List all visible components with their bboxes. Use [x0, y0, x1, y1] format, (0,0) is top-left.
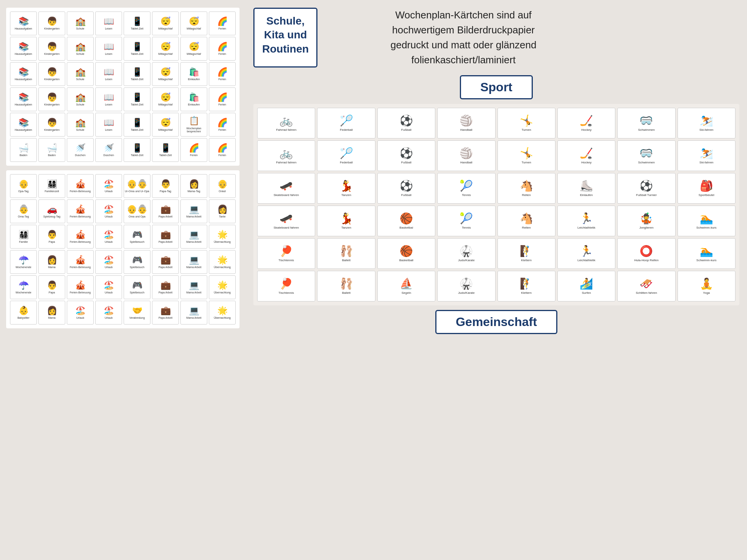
sport-card: 🩰Ballett [317, 238, 375, 269]
card-label: Ferien [218, 53, 226, 56]
family-card: 👵Oma-Tag [10, 199, 37, 223]
card-label: Urlaub [105, 316, 113, 320]
family-card: 🎮Spielbesuch [124, 225, 150, 249]
card-label: Schule [76, 27, 84, 30]
family-grid: 👴Opa-Tag👨‍👩‍👧‍👦Familienzeit🎪Ferien-Betre… [10, 174, 236, 324]
schule-card: 🌈Ferien [209, 12, 236, 35]
sport-label: Fußball [401, 193, 412, 197]
sport-label: Judo/Karate [458, 291, 474, 295]
family-card: 👴Onkel [209, 174, 236, 198]
family-card: 👩Mama [38, 250, 65, 274]
card-icon: 👩 [217, 204, 228, 214]
sport-card: 🏐Handball [437, 108, 495, 138]
sport-label: Hockey [581, 161, 592, 165]
card-label: Baden [20, 154, 27, 157]
family-card: 💼Papa Arbeit [152, 250, 179, 274]
schule-card: 📖Lesen [95, 87, 122, 111]
card-label: Tablet-Zeit [131, 27, 144, 30]
schule-box-title: Schule, Kita und Routinen [262, 14, 309, 56]
card-icon: 🏫 [75, 42, 86, 52]
card-icon: 📚 [18, 67, 29, 77]
sport-card: 🧘Yoga [678, 271, 735, 301]
card-label: Hausaufgaben [15, 103, 32, 106]
card-label: Papa Arbeit [159, 215, 172, 218]
card-label: Mama [48, 266, 55, 269]
sport-label: Leichtathletik [577, 259, 595, 262]
sport-card: ⛷️Ski-fahren [678, 140, 735, 171]
sport-card: 🤹Jonglieren [617, 206, 675, 236]
card-icon: 🎪 [75, 230, 86, 240]
card-label: Urlaub [105, 215, 113, 218]
sport-card: 🚲Fahrrad fahren [257, 140, 315, 171]
schule-card: 🏫Schule [67, 87, 94, 111]
sport-label: Yoga [703, 291, 710, 295]
card-label: Tablet-Zeit [131, 128, 144, 132]
family-card: 🌟Übernachtung [209, 301, 236, 324]
schule-card: 🛁Baden [38, 138, 65, 162]
card-label: Hausaufgaben [15, 53, 32, 56]
card-label: Ferien [218, 154, 226, 157]
family-grid-container: 👴Opa-Tag👨‍👩‍👧‍👦Familienzeit🎪Ferien-Betre… [6, 170, 240, 328]
sport-label: Tischtennis [279, 259, 294, 262]
card-label: Ferien-Betreuung [70, 190, 91, 193]
card-label: Mama Arbeit [186, 316, 201, 320]
card-icon: 💼 [160, 230, 171, 240]
schule-card: 👦Kindergarten [38, 12, 65, 35]
card-label: Wochenende [15, 291, 31, 294]
sport-icon: 🐴 [520, 180, 533, 193]
sport-label: Hula-Hoop Reifen [634, 259, 659, 262]
card-label: Papa Arbeit [159, 266, 172, 269]
schule-card: 🌈Ferien [209, 113, 236, 137]
sport-card: 🛷Schlitten fahren [617, 271, 675, 301]
card-label: Lesen [105, 103, 112, 106]
sport-icon: ⚽ [400, 114, 413, 127]
card-icon: 👦 [47, 92, 57, 102]
schule-card: 😴Mittagschlaf [180, 12, 207, 35]
card-label: Einkaufen [188, 103, 200, 106]
sport-icon: 🩰 [340, 277, 353, 290]
sport-icon: 🧗 [520, 245, 533, 258]
sport-card: 🐴Reiten [497, 173, 555, 204]
family-card: 👩Mama [38, 301, 65, 324]
schule-card: 📋Wochenplan besprechen [180, 113, 207, 137]
card-label: Papa Arbeit [159, 316, 172, 320]
sport-card: 🐴Reiten [497, 206, 555, 236]
description-text: Wochenplan-Kärtchen sind auf hochwertige… [329, 8, 598, 68]
card-label: Papa [49, 240, 55, 244]
card-icon: 👦 [47, 118, 57, 128]
sport-label: Klettern [521, 259, 532, 262]
card-label: Schule [76, 103, 84, 106]
schule-card: 🛁Baden [10, 138, 37, 162]
schule-grid: 📚Hausaufgaben👦Kindergarten🏫Schule📖Lesen📱… [10, 12, 236, 162]
sport-label: Skateboard fahren [274, 226, 299, 230]
sport-label: Sportbeutel [699, 193, 714, 197]
card-label: Übernachtung [214, 291, 231, 294]
card-icon: 🛍️ [189, 92, 199, 102]
card-icon: 👶 [18, 306, 29, 316]
card-label: Mittagschlaf [187, 53, 201, 56]
card-icon: 📚 [18, 118, 29, 128]
left-side: 📚Hausaufgaben👦Kindergarten🏫Schule📖Lesen📱… [0, 0, 246, 560]
card-label: Mittagschlaf [158, 103, 172, 106]
card-icon: 🎪 [75, 204, 86, 214]
card-label: Oma-Tag [18, 215, 29, 218]
family-card: 👨Papa [38, 225, 65, 249]
card-icon: 📚 [18, 16, 29, 26]
card-icon: 👦 [47, 16, 57, 26]
card-icon: 👴 [217, 179, 228, 189]
card-icon: 📱 [132, 16, 142, 26]
sport-icon: 🎾 [459, 212, 473, 225]
sport-icon: 🛷 [640, 277, 653, 290]
card-icon: 😴 [160, 92, 171, 102]
family-card: 👨‍👩‍👧‍👦Familienzeit [38, 174, 65, 198]
card-label: Mama Arbeit [186, 240, 201, 244]
card-icon: 🏖️ [104, 179, 114, 189]
sport-card: 🚲Fahrrad fahren [257, 108, 315, 138]
card-icon: 👴 [18, 179, 29, 189]
card-label: Mama [48, 316, 55, 320]
sport-icon: 🛹 [279, 180, 293, 193]
card-label: Ferien [218, 27, 226, 30]
sport-label: Handball [460, 128, 473, 132]
card-label: Mittagschlaf [158, 53, 172, 56]
card-icon: 📖 [104, 42, 114, 52]
